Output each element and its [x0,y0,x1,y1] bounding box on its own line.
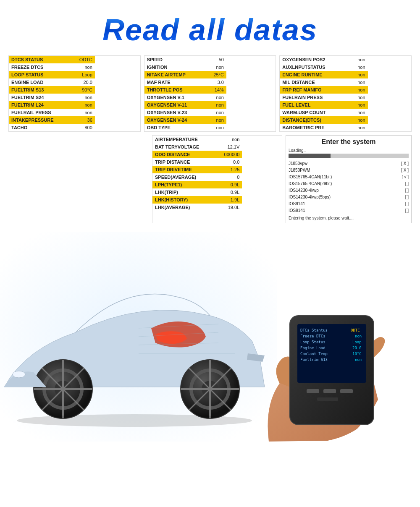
row-value: 50 [189,56,226,63]
system-item-status: [ ] [396,207,409,214]
table-row: TRIP DRIVETIME1:25 [152,166,242,173]
row-value: non [328,56,368,63]
system-item-status: [ ] [396,187,409,194]
row-value: 20.0 [56,78,95,86]
row-value: Loop [56,71,95,78]
table-row: LPH(TYPE1)0.9L [152,181,242,188]
visual-area: DTCs Stantus ODTC Freeze DTCs non Loop S… [0,223,420,442]
row-label: SPEED(AVERAGE) [152,173,202,181]
row-label: WARM-USP COUNT [280,109,328,116]
row-label: IGNITION [144,63,189,71]
row-label: OXYGENSEN V-24 [144,116,189,124]
system-item-name: IOS15765-4CAN(29bit) [289,180,396,187]
row-value: 1.9L [202,196,242,204]
row-value: 19.0L [202,204,242,211]
row-label: TRIP DRIVETIME [152,166,202,173]
table3-wrapper: OXYGENSEN POS2nonAUXLNPUTSTATUSnonENGINE… [279,55,412,132]
table-row: LOOP STATUSLoop [9,71,95,78]
row-label: LHK(TRIP) [152,188,202,196]
table3: OXYGENSEN POS2nonAUXLNPUTSTATUSnonENGINE… [280,56,368,131]
row-value: non [328,94,368,101]
table-row: DISTANCE(DTCS)non [280,116,368,124]
table-row: FRP REF MANIFOnon [280,86,368,94]
device-image: DTCs Stantus ODTC Freeze DTCs non Loop S… [235,240,420,442]
row-label: TRIP DISTANCE [152,158,202,166]
table-row: SPEED50 [144,56,226,63]
row-label: OBD TYPE [144,124,189,131]
table-row: MIL DISTANCEnon [280,78,368,86]
table-row: SPEED(AVERAGE)0 [152,173,242,181]
row-value: 90°C [56,86,95,94]
row-value: non [189,94,226,101]
row-label: OXYGENSEN V-23 [144,109,189,116]
table-row: OXYGENSEN POS2non [280,56,368,63]
table-row: LHK(AVERAGE)19.0L [152,204,242,211]
svg-text:10°C: 10°C [352,352,362,356]
system-item: J1850PWM[ X ] [289,167,409,174]
table-row: NITAKE AIRTEMP25°C [144,71,226,78]
svg-text:20.0: 20.0 [352,346,362,350]
row-value: non [189,116,226,124]
row-value: non [328,78,368,86]
table-row: FUELRAIL PRESSnon [9,109,95,116]
row-label: LOOP STATUS [9,71,56,78]
row-value: non [189,101,226,109]
row-value: 000000 [202,151,242,158]
table-row: FUELTRIM S1390°C [9,86,95,94]
svg-text:Freeze DTCs: Freeze DTCs [300,334,326,338]
table2-wrapper: SPEED50IGNITIONnonNITAKE AIRTEMP25°CMAF … [144,55,276,132]
row-label: DISTANCE(DTCS) [280,116,328,124]
row-value: ODTC [56,56,95,63]
table4: AIRTEMPERATUREnonBAT TERYVOLTAGE12.1VODO… [152,136,242,211]
system-items-list: J1850vpw[ X ]J1850PWM[ X ]IOS15765-4CAN(… [289,160,409,214]
table-row: FUELTRIM L24non [9,101,95,109]
row-label: INTAKEPRESSURE [9,116,56,124]
system-item: IOS15765-4CAN(29bit)[ ] [289,180,409,187]
system-item-status: [ √ ] [396,174,409,180]
system-item: IOS9141[ ] [289,201,409,207]
row-label: ENGINE LOAD [9,78,56,86]
row-label: ODO DISTANCE [152,151,202,158]
table-row: TRIP DISTANCE0.0 [152,158,242,166]
table-row: MAF RATE3.0 [144,78,226,86]
table-row: ENGINE RUNTIMEnon [280,71,368,78]
row-value: non [328,86,368,94]
system-item: IOS15765-4CAN(11bit)[ √ ] [289,174,409,180]
system-item-status: [ ] [396,180,409,187]
row-label: BAT TERYVOLTAGE [152,143,202,151]
system-item-name: IOS15765-4CAN(11bit) [289,174,396,180]
table-row: AUXLNPUTSTATUSnon [280,63,368,71]
system-item-name: IOS14230-4kwp [289,187,396,194]
row-value: 25°C [189,71,226,78]
system-item: IOS9141[ ] [289,207,409,214]
table-row: WARM-USP COUNTnon [280,109,368,116]
svg-text:Fueltrim S13: Fueltrim S13 [300,358,328,362]
table4-wrapper: AIRTEMPERATUREnonBAT TERYVOLTAGE12.1VODO… [152,135,282,223]
row-value: 3.0 [189,78,226,86]
table-row: LHK(TRIP)0.9L [152,188,242,196]
row-label: OXYGENSEN POS2 [280,56,328,63]
system-item-status: [ ] [396,201,409,207]
table-row: ENGINE LOAD20.0 [9,78,95,86]
row-label: MIL DISTANCE [280,78,328,86]
row-value: non [328,101,368,109]
row-value: non [328,109,368,116]
svg-rect-40 [317,397,338,401]
system-item-name: J1850vpw [289,160,396,167]
row-value: non [202,136,242,143]
row-label: LHK(HISTORY) [152,196,202,204]
row-value: non [328,71,368,78]
system-item-name: IOS14230-4kwp(5bps) [289,194,396,201]
row-value: 36 [56,116,95,124]
row-value: non [189,109,226,116]
svg-rect-38 [323,389,336,393]
row-value: non [56,101,95,109]
system-item-name: IOS9141 [289,201,396,207]
row-label: FUELTRIM S13 [9,86,56,94]
row-value: non [189,124,226,131]
row-label: AUXLNPUTSTATUS [280,63,328,71]
row-value: non [328,63,368,71]
row-label: OXYGENSEN V-11 [144,101,189,109]
system-item-status: [ X ] [396,167,409,174]
entering-text: Entering the system, please wait.... [289,216,409,220]
